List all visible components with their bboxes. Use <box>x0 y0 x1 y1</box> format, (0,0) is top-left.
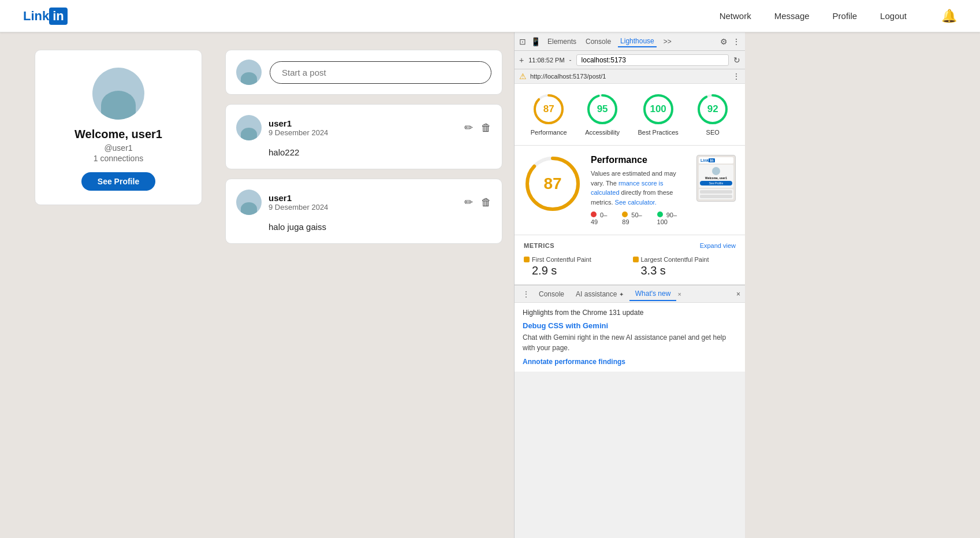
post-user-info-2: user1 9 Desember 2024 <box>269 193 464 212</box>
legend-dot-green <box>657 212 663 217</box>
post-edit-button-2[interactable]: ✏ <box>464 196 473 209</box>
url-more-icon[interactable]: ⋮ <box>732 72 740 81</box>
score-seo: 92 SEO <box>696 93 729 136</box>
expand-view-button[interactable]: Expand view <box>700 242 736 249</box>
nav-links: Network Message Profile Logout 🔔 <box>720 9 957 24</box>
metric-lcp-value: 3.3 s <box>641 264 736 277</box>
post-edit-button-1[interactable]: ✏ <box>464 121 473 134</box>
post-avatar-1 <box>236 115 262 140</box>
nav-profile[interactable]: Profile <box>833 11 858 21</box>
score-number-seo: 92 <box>707 103 718 115</box>
bottom-more-icon[interactable]: ⋮ <box>519 288 533 300</box>
score-performance: 87 Performance <box>531 93 567 136</box>
bottom-tab-close-btn[interactable]: × <box>677 291 681 298</box>
nav-message[interactable]: Message <box>774 11 810 21</box>
start-post-card <box>225 50 502 95</box>
score-number-best-practices: 100 <box>650 103 666 115</box>
nav-logout[interactable]: Logout <box>880 11 907 21</box>
post-header-1: user1 9 Desember 2024 ✏ 🗑 <box>236 115 491 140</box>
left-column: Welcome, user1 @user1 1 connections See … <box>0 32 214 538</box>
metric-fcp-label-row: First Contentful Paint <box>524 256 627 263</box>
score-label-accessibility: Accessibility <box>585 129 620 136</box>
post-header-2: user1 9 Desember 2024 ✏ 🗑 <box>236 190 491 215</box>
devtools-back-btn[interactable]: + <box>519 55 524 65</box>
devtools-refresh-icon[interactable]: ↻ <box>733 55 740 65</box>
post-date-1: 9 Desember 2024 <box>269 128 464 137</box>
bottom-tabs: ⋮ Console AI assistance ✦ What's new × × <box>515 285 745 303</box>
start-post-avatar <box>236 60 262 85</box>
devtools-tab-console[interactable]: Console <box>583 36 613 47</box>
post-content-1: halo222 <box>236 147 491 157</box>
metric-lcp-dot <box>633 257 639 262</box>
bottom-tab-ai-assistance[interactable]: AI assistance ✦ <box>570 288 629 300</box>
legend-row: 0–49 50–89 90–100 <box>591 207 687 228</box>
score-circle-performance: 87 <box>532 93 565 125</box>
avatar-small-body <box>241 72 257 85</box>
bottom-content: Highlights from the Chrome 131 update De… <box>515 303 745 372</box>
post-avatar-2 <box>236 190 262 215</box>
post-actions-2: ✏ 🗑 <box>464 196 491 209</box>
center-column: user1 9 Desember 2024 ✏ 🗑 halo222 user1 … <box>214 32 514 538</box>
avatar-body <box>101 91 136 120</box>
bottom-highlight-text: Highlights from the Chrome 131 update <box>523 309 737 317</box>
devtools-tab-more[interactable]: >> <box>661 36 674 47</box>
perf-description: Values are estimated and may vary. The r… <box>591 169 687 207</box>
metrics-grid: First Contentful Paint 2.9 s Largest Con… <box>524 256 736 277</box>
post-card-2: user1 9 Desember 2024 ✏ 🗑 halo juga gais… <box>225 179 502 244</box>
devtools-url[interactable]: localhost:5173 <box>576 54 729 66</box>
devtools-cursor-icon[interactable]: ⊡ <box>519 37 526 46</box>
debug-css-title[interactable]: Debug CSS with Gemini <box>523 321 737 330</box>
lighthouse-scores: 87 Performance 95 Accessibility <box>515 84 745 146</box>
score-circle-best-practices: 100 <box>642 93 675 125</box>
legend-dot-red <box>591 212 597 217</box>
navbar: Linkin Network Message Profile Logout 🔔 <box>0 0 980 32</box>
perf-calculator-link[interactable]: See calculator. <box>615 199 657 206</box>
metrics-section: METRICS Expand view First Contentful Pai… <box>515 235 745 285</box>
main-layout: Welcome, user1 @user1 1 connections See … <box>0 32 980 538</box>
avatar <box>92 68 144 120</box>
score-circle-accessibility: 95 <box>586 93 618 125</box>
devtools-addressbar: + 11:08:52 PM - localhost:5173 ↻ <box>515 51 745 69</box>
metrics-title: METRICS <box>524 242 554 249</box>
perf-big-number: 87 <box>543 175 561 193</box>
bottom-tab-console[interactable]: Console <box>533 288 570 300</box>
legend-item-0: 0–49 <box>591 212 614 225</box>
warning-icon: ⚠ <box>519 72 527 81</box>
annotate-link[interactable]: Annotate performance findings <box>523 358 737 366</box>
score-label-seo: SEO <box>706 129 720 136</box>
logo[interactable]: Linkin <box>23 8 68 25</box>
nav-network[interactable]: Network <box>720 11 751 21</box>
bell-icon[interactable]: 🔔 <box>941 9 957 24</box>
post-delete-button-2[interactable]: 🗑 <box>481 196 491 209</box>
devtools-more-icon[interactable]: ⋮ <box>732 37 740 46</box>
post-date-2: 9 Desember 2024 <box>269 203 464 212</box>
post-delete-button-1[interactable]: 🗑 <box>481 121 491 134</box>
metric-fcp-value: 2.9 s <box>532 264 627 277</box>
devtools-panel: ⊡ 📱 Elements Console Lighthouse >> ⚙ ⋮ +… <box>514 32 745 538</box>
devtools-settings-icon[interactable]: ⚙ <box>720 37 728 46</box>
logo-link-text: Link <box>23 9 49 24</box>
welcome-text: Welcome, user1 <box>74 128 162 141</box>
devtools-bottom-panel: ⋮ Console AI assistance ✦ What's new × ×… <box>515 285 745 372</box>
score-best-practices: 100 Best Practices <box>638 93 678 136</box>
post-actions-1: ✏ 🗑 <box>464 121 491 134</box>
devtools-tab-lighthouse[interactable]: Lighthouse <box>618 36 657 47</box>
perf-right: Performance Values are estimated and may… <box>591 155 687 228</box>
start-post-input[interactable] <box>270 61 491 84</box>
post-content-2: halo juga gaiss <box>236 222 491 232</box>
bottom-tab-whats-new[interactable]: What's new <box>629 287 677 301</box>
devtools-topbar: ⊡ 📱 Elements Console Lighthouse >> ⚙ ⋮ <box>515 32 745 51</box>
url-separator: - <box>569 56 572 64</box>
connections-text: 1 connections <box>94 154 143 163</box>
debug-css-desc: Chat with Gemini right in the new AI ass… <box>523 332 737 353</box>
username-text: @user1 <box>104 143 132 153</box>
see-profile-button[interactable]: See Profile <box>81 172 155 191</box>
perf-main: 87 Performance Values are estimated and … <box>524 155 736 228</box>
bottom-panel-close-icon[interactable]: × <box>736 290 740 298</box>
devtools-inspect-icon[interactable]: 📱 <box>531 37 541 46</box>
score-accessibility: 95 Accessibility <box>585 93 620 136</box>
performance-detail: 87 Performance Values are estimated and … <box>515 146 745 235</box>
legend-item-2: 90–100 <box>657 212 687 225</box>
devtools-tab-elements[interactable]: Elements <box>545 36 579 47</box>
metric-fcp: First Contentful Paint 2.9 s <box>524 256 627 277</box>
